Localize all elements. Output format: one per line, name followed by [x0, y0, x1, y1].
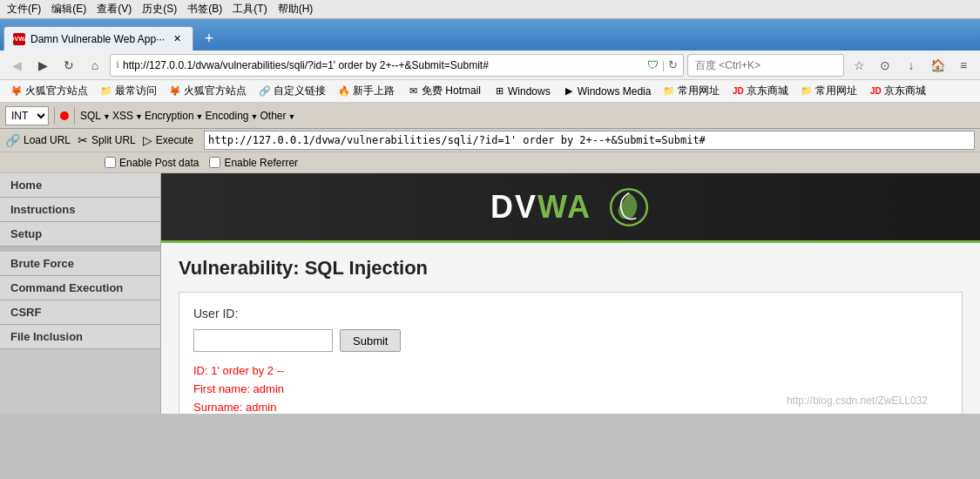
menu-file[interactable]: 文件(F): [7, 2, 41, 17]
load-url-label[interactable]: Load URL: [24, 134, 71, 146]
back-button[interactable]: ◀: [5, 54, 28, 77]
dvwa-header: DVWA: [161, 173, 980, 243]
load-url-action[interactable]: 🔗 Load URL: [5, 133, 71, 147]
watermark-text: http://blog.csdn.net/ZwELL032: [787, 395, 928, 407]
encoding-dropdown[interactable]: Encoding: [206, 110, 259, 122]
type-select[interactable]: INT STR: [5, 106, 49, 125]
sidebar-item-file-inclusion[interactable]: File Inclusion: [0, 325, 160, 349]
enable-referrer-label: Enable Referrer: [209, 157, 298, 169]
tab-close-button[interactable]: ✕: [170, 32, 184, 46]
reload-icon[interactable]: ↻: [668, 58, 678, 71]
url-input[interactable]: [123, 59, 644, 71]
browser-window: 文件(F) 编辑(E) 查看(V) 历史(S) 书签(B) 工具(T) 帮助(H…: [0, 0, 980, 479]
xss-dropdown[interactable]: XSS: [112, 110, 143, 122]
homePage-button[interactable]: 🏠: [926, 54, 949, 77]
sidebar-item-brute-force[interactable]: Brute Force: [0, 252, 160, 276]
bookmark-jd2[interactable]: JD 京东商城: [866, 82, 929, 100]
bookmarks-bar: 🦊 火狐官方站点 📁 最常访问 🦊 火狐官方站点 🔗 自定义链接 🔥 新手上路 …: [0, 80, 980, 103]
menu-view[interactable]: 查看(V): [97, 2, 132, 17]
user-id-input[interactable]: [193, 329, 333, 352]
bookmark-hotmail[interactable]: ✉ 免费 Hotmail: [403, 82, 484, 100]
bookmark-firefox-official2[interactable]: 🦊 火狐官方站点: [166, 82, 250, 100]
enable-post-text: Enable Post data: [119, 157, 199, 169]
url-input-field[interactable]: [204, 131, 975, 150]
folder-icon: 📁: [100, 85, 112, 98]
dvwa-swirl-logo: [607, 186, 651, 229]
menu-history[interactable]: 历史(S): [142, 2, 177, 17]
windows-icon: ⊞: [493, 85, 505, 98]
dvwa-sidebar: Home Instructions Setup Brute Force Comm…: [0, 173, 161, 414]
bookmark-common-sites[interactable]: 📁 常用网址: [659, 82, 723, 100]
shield-icon: 🛡: [647, 58, 659, 71]
sidebar-item-setup[interactable]: Setup: [0, 222, 160, 246]
hotmail-icon: ✉: [407, 85, 419, 98]
bookmark-beginners[interactable]: 🔥 新手上路: [335, 82, 398, 100]
url-bar: ℹ 🛡 | ↻: [110, 54, 684, 77]
fire-icon: 🔥: [338, 85, 350, 98]
bookmark-custom-link[interactable]: 🔗 自定义链接: [255, 82, 329, 100]
menu-help[interactable]: 帮助(H): [278, 2, 314, 17]
tab-favicon: DVWA: [13, 33, 25, 45]
form-row: Submit: [193, 329, 948, 352]
bookmark-firefox-official[interactable]: 🦊 火狐官方站点: [7, 82, 91, 100]
split-url-icon: ✂: [78, 133, 88, 147]
forward-button[interactable]: ▶: [31, 54, 54, 77]
other-dropdown[interactable]: Other: [260, 110, 295, 122]
result-line1: ID: 1' order by 2 --: [193, 362, 948, 381]
new-tab-button[interactable]: +: [197, 26, 221, 51]
bookmark-windows-media[interactable]: ▶ Windows Media: [559, 84, 655, 99]
sidebar-item-home[interactable]: Home: [0, 173, 160, 198]
sidebar-item-csrf[interactable]: CSRF: [0, 300, 160, 325]
enable-referrer-text: Enable Referrer: [224, 157, 298, 169]
load-url-icon: 🔗: [5, 133, 20, 147]
firefox-icon2: 🦊: [169, 85, 181, 98]
folder-icon2: 📁: [663, 85, 675, 98]
encryption-dropdown[interactable]: Encryption: [145, 110, 204, 122]
firefox-icon: 🦊: [10, 85, 23, 98]
bookmark-most-visited[interactable]: 📁 最常访问: [97, 82, 160, 100]
link-icon: 🔗: [259, 85, 271, 98]
sidebar-item-instructions[interactable]: Instructions: [0, 198, 160, 222]
submit-button[interactable]: Submit: [340, 329, 401, 352]
menu-bar: 文件(F) 编辑(E) 查看(V) 历史(S) 书签(B) 工具(T) 帮助(H…: [0, 0, 980, 19]
dvwa-logo: DVWA: [490, 189, 591, 226]
checkboxes-bar: Enable Post data Enable Referrer: [0, 152, 980, 173]
jd-icon: JD: [732, 85, 744, 98]
split-url-label[interactable]: Split URL: [91, 134, 136, 146]
form-label: User ID:: [193, 307, 948, 320]
jd-icon2: JD: [869, 85, 882, 98]
execute-label[interactable]: Execute: [156, 134, 193, 146]
main-content-area: Home Instructions Setup Brute Force Comm…: [0, 173, 980, 414]
tab-title: Damn Vulnerable Web App···: [30, 33, 165, 45]
tab-bar: DVWA Damn Vulnerable Web App··· ✕ +: [0, 19, 980, 51]
enable-post-label: Enable Post data: [105, 157, 199, 169]
bookmark-windows[interactable]: ⊞ Windows: [490, 84, 554, 99]
sql-dropdown[interactable]: SQL: [80, 110, 111, 122]
bookmark-jd1[interactable]: JD 京东商城: [728, 82, 792, 100]
download-button[interactable]: ↓: [900, 54, 923, 77]
more-button[interactable]: ≡: [952, 54, 975, 77]
enable-referrer-checkbox[interactable]: [209, 157, 220, 168]
url-lock-icon: ℹ: [116, 59, 119, 71]
bookmark-star-button[interactable]: ☆: [848, 54, 870, 77]
windows-media-icon: ▶: [563, 85, 575, 98]
sidebar-item-command-execution[interactable]: Command Execution: [0, 276, 160, 300]
search-input[interactable]: [687, 54, 844, 77]
bookmark-common-sites2[interactable]: 📁 常用网址: [797, 82, 861, 100]
reload-button[interactable]: ↻: [57, 54, 80, 77]
menu-tools[interactable]: 工具(T): [233, 2, 267, 17]
nav-bar: ◀ ▶ ↻ ⌂ ℹ 🛡 | ↻ ☆ ⊙ ↓ 🏠 ≡: [0, 51, 980, 80]
status-dot-red: [60, 111, 69, 120]
menu-edit[interactable]: 编辑(E): [51, 2, 86, 17]
execute-action[interactable]: ▷ Execute: [143, 133, 193, 147]
home-nav-button[interactable]: ⊙: [874, 54, 896, 77]
enable-post-checkbox[interactable]: [105, 157, 116, 168]
menu-bookmarks[interactable]: 书签(B): [187, 2, 222, 17]
active-tab[interactable]: DVWA Damn Vulnerable Web App··· ✕: [3, 26, 193, 51]
execute-icon: ▷: [143, 133, 152, 147]
folder-icon3: 📁: [801, 85, 813, 98]
page-title: Vulnerability: SQL Injection: [179, 257, 963, 280]
plugin-separator2: [74, 107, 75, 125]
split-url-action[interactable]: ✂ Split URL: [78, 133, 136, 147]
home-button[interactable]: ⌂: [84, 54, 106, 77]
